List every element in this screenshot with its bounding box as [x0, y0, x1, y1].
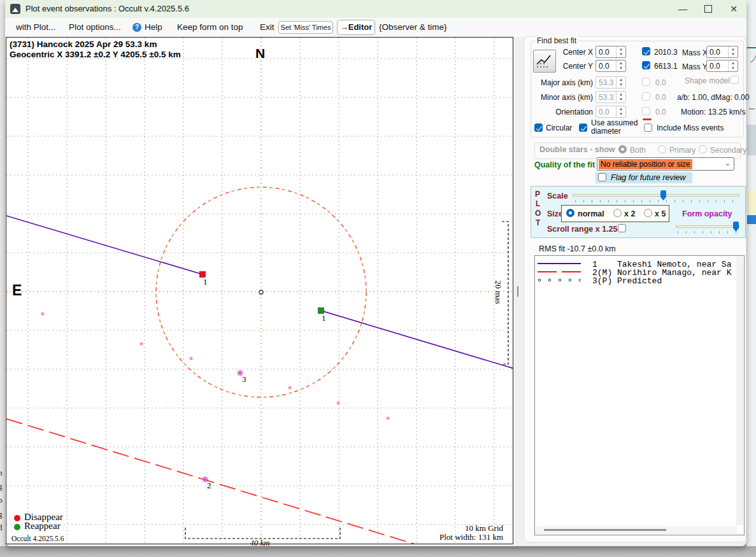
purple-solid-line-sample — [538, 263, 581, 264]
background-dash — [749, 108, 755, 109]
size-normal-radio[interactable] — [566, 209, 574, 217]
fit-x-checkbox[interactable] — [642, 47, 650, 55]
asterisk-label: 3 — [242, 374, 246, 384]
spinner-arrows: ▲▼ — [616, 77, 625, 88]
observer-row-3[interactable]: 3(P) Predicted — [535, 276, 744, 285]
flag-review-checkbox[interactable] — [598, 173, 606, 181]
minor-axis-input[interactable]: 53.3▲▼ — [596, 91, 626, 103]
best-fit-chart-button[interactable] — [533, 50, 556, 73]
plot-canvas: 3211 — [6, 38, 513, 544]
circular-label: Circular — [546, 123, 572, 132]
minor-axis-label: Minor axis (km) — [537, 93, 593, 102]
window-title: Plot event observations : Occult v.4.202… — [25, 4, 189, 13]
include-miss-events-checkbox[interactable] — [644, 123, 652, 132]
spinner-arrows[interactable]: ▲▼ — [728, 60, 738, 71]
double-primary-radio[interactable] — [658, 145, 666, 153]
close-button[interactable]: ✕ — [721, 0, 746, 18]
minimize-button[interactable]: — — [670, 0, 695, 18]
menu-help[interactable]: ? Help — [132, 22, 162, 33]
asterisk-label: 2 — [207, 481, 211, 490]
plot-panel[interactable]: 3211 (3731) Hancock 2025 Apr 29 53.3 km … — [6, 37, 513, 544]
set-miss-times-button[interactable]: Set 'Miss' Times — [278, 21, 333, 34]
mass-x-input[interactable]: 0.0▲▼ — [706, 46, 738, 58]
pink-dot — [386, 416, 389, 420]
editor-button[interactable]: →Editor — [337, 20, 375, 35]
double-secondary-label: Secondary — [710, 146, 746, 155]
double-secondary-radio[interactable] — [699, 145, 707, 153]
circular-checkbox[interactable] — [534, 123, 543, 132]
size-x5-radio[interactable] — [644, 209, 652, 217]
maximize-icon — [704, 5, 712, 13]
observers-vertical-scrollbar[interactable] — [736, 257, 743, 525]
double-stars-label: Double stars - show — [539, 145, 615, 154]
chevron-down-icon: ⌄ — [725, 159, 731, 167]
spinner-arrows[interactable]: ▲▼ — [728, 46, 738, 57]
center-y-input[interactable]: 0.0▲▼ — [596, 60, 626, 72]
maximize-button[interactable] — [695, 0, 721, 18]
background-blue-block — [747, 215, 756, 224]
observer-row-1[interactable]: 1 Takeshi Nemoto, near Sa — [535, 260, 744, 268]
use-assumed-diameter-checkbox[interactable] — [579, 123, 587, 132]
scrollbar-thumb[interactable] — [544, 529, 666, 531]
plot-letter-o: O — [535, 209, 541, 218]
app-icon — [10, 4, 20, 14]
background-gray-block — [747, 125, 756, 155]
mass-x-label: Mass X — [682, 48, 708, 57]
bg-letter: p — [0, 495, 3, 505]
scroll-range-checkbox[interactable] — [618, 224, 626, 232]
occult-plot-window: Plot event observations : Occult v.4.202… — [5, 0, 746, 546]
spinner-arrows[interactable]: ▲▼ — [616, 60, 625, 71]
chord-number-label: 1 — [322, 313, 326, 323]
plot-letter-p: P — [535, 190, 540, 199]
pink-dot — [189, 356, 192, 360]
opacity-slider-track[interactable] — [676, 225, 739, 228]
east-label: E — [12, 282, 22, 299]
splitter-handle[interactable] — [517, 286, 518, 297]
major-axis-label: Major axis (km) — [537, 78, 593, 87]
orientation-checkbox[interactable] — [642, 107, 650, 115]
orientation-input[interactable]: 0.0▲▼ — [596, 106, 626, 118]
minor-axis-sigma: 0.0 — [655, 93, 666, 102]
size-x2-radio[interactable] — [613, 209, 622, 217]
mass-y-label: Mass Y — [682, 62, 708, 71]
center-x-label: Center X — [561, 48, 593, 57]
disappear-legend-dot — [14, 515, 20, 521]
menubar: with Plot... Plot options... ? Help Keep… — [5, 18, 746, 37]
orientation-sigma: 0.0 — [655, 108, 666, 116]
quality-of-fit-dropdown[interactable]: No reliable position or size ⌄ — [597, 157, 734, 171]
menu-plot-options[interactable]: Plot options... — [69, 22, 121, 33]
menu-help-label: Help — [145, 22, 162, 32]
double-primary-label: Primary — [669, 146, 695, 155]
menu-exit[interactable]: Exit — [260, 22, 275, 33]
screen: p g p g d ノ Plot event observations : Oc… — [0, 0, 756, 557]
center-y-label: Center Y — [561, 62, 593, 71]
menu-keep-on-top[interactable]: Keep form on top — [177, 22, 243, 33]
orientation-label: Orientation — [537, 108, 593, 116]
mas-scale-label: 20 mas — [493, 277, 503, 307]
spinner-arrows[interactable]: ▲▼ — [616, 46, 625, 57]
observers-list[interactable]: 1 Takeshi Nemoto, near Sa 2(M) Norihiro … — [534, 255, 745, 535]
control-panel: Find best fit Center X 0.0▲▼ 2010.3 Mass… — [524, 36, 746, 542]
form-opacity-label: Form opacity — [682, 209, 732, 218]
use-assumed-line1: Use assumed — [591, 118, 638, 127]
observer-row-2[interactable]: 2(M) Norihiro Manago, near K — [535, 268, 744, 276]
shape-model-checkbox[interactable] — [731, 76, 739, 84]
scalebar-label: 40 km — [241, 538, 279, 548]
center-x-input[interactable]: 0.0▲▼ — [596, 46, 626, 58]
scroll-range-label: Scroll range x 1.25 — [547, 225, 617, 234]
scale-slider-ticks — [575, 200, 738, 202]
major-axis-checkbox[interactable] — [642, 78, 650, 86]
fit-x-value: 2010.3 — [654, 48, 678, 57]
observers-horizontal-scrollbar[interactable] — [536, 526, 737, 534]
pink-dot — [336, 401, 339, 404]
observer1-chord — [321, 311, 513, 369]
mass-y-input[interactable]: 0.0▲▼ — [706, 60, 738, 72]
minor-axis-checkbox[interactable] — [642, 92, 650, 101]
menu-with-plot[interactable]: with Plot... — [16, 22, 55, 33]
scale-slider-track[interactable] — [573, 194, 739, 197]
major-axis-input[interactable]: 53.3▲▼ — [596, 76, 626, 88]
plot-title-line2: Geocentric X 3391.2 ±0.2 Y 4205.5 ±0.5 k… — [10, 50, 181, 59]
double-both-radio[interactable] — [618, 145, 627, 153]
fit-y-checkbox[interactable] — [642, 61, 650, 69]
quality-of-fit-label: Quality of the fit — [534, 160, 595, 169]
